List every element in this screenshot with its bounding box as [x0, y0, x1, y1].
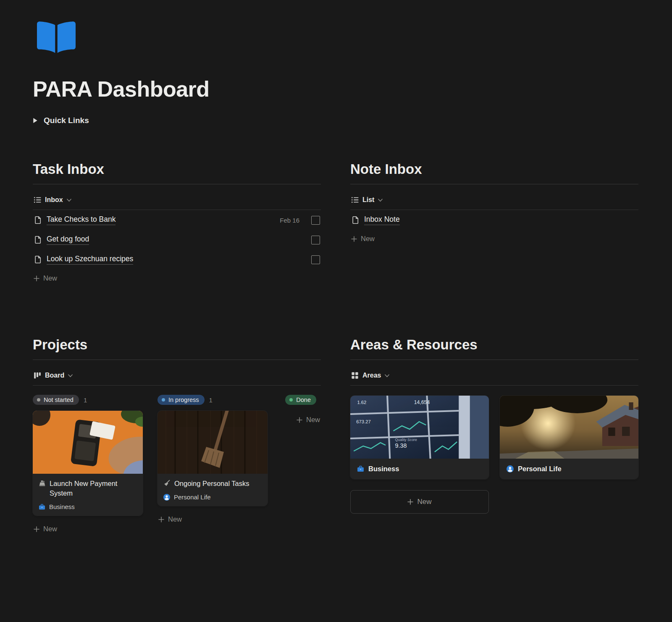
new-label: New — [417, 498, 431, 506]
column-count: 1 — [84, 396, 87, 404]
status-pill[interactable]: Not started — [33, 395, 79, 405]
note-inbox-view-row: List — [350, 191, 638, 210]
task-row[interactable]: Take Checks to Bank Feb 16 — [33, 210, 321, 230]
task-row[interactable]: Get dog food — [33, 230, 321, 249]
dashboard-grid: Task Inbox Inbox Take Checks to Bank — [33, 161, 638, 538]
board-column-in-progress: In progress 1 — [158, 395, 268, 538]
project-card-tag-row: Personal Life — [163, 493, 262, 501]
quick-links-toggle[interactable]: Quick Links — [33, 116, 638, 125]
payment-terminal-cover-image — [33, 411, 143, 474]
project-card-tag-row: Business — [39, 503, 137, 510]
task-checkbox[interactable] — [311, 216, 320, 225]
view-tab-label: Areas — [362, 372, 381, 379]
projects-view-row: Board — [33, 367, 321, 386]
new-project-button[interactable]: New — [33, 520, 58, 538]
person-icon — [507, 465, 514, 472]
stock-charts-cover-image: 14,654 1.62 673.27 Quality Score 9.38 — [350, 396, 489, 459]
broom-icon — [163, 480, 171, 487]
area-card-personal-life[interactable]: Personal Life — [500, 396, 638, 479]
page-logo — [37, 21, 76, 55]
board-icon — [34, 372, 41, 379]
note-inbox-section: Note Inbox List Inbox Note — [350, 161, 638, 287]
broom-on-wood-cover-image — [158, 411, 268, 474]
project-card-title: Launch New Payment System — [50, 479, 137, 498]
cash-register-icon — [39, 480, 46, 487]
projects-title: Projects — [33, 337, 321, 360]
plus-icon — [34, 276, 39, 281]
open-book-icon — [37, 21, 76, 55]
column-header: Not started 1 — [33, 395, 143, 405]
status-dot-icon — [162, 398, 165, 402]
project-card-tag: Business — [49, 503, 75, 510]
board-column-not-started: Not started 1 — [33, 395, 143, 538]
chart-number: 1.62 — [357, 400, 366, 405]
plus-icon — [158, 517, 164, 522]
status-pill[interactable]: In progress — [158, 395, 205, 405]
chart-number: 9.38 — [395, 442, 407, 449]
status-dot-icon — [37, 398, 40, 402]
task-title[interactable]: Take Checks to Bank — [47, 215, 116, 225]
areas-view-row: Areas — [350, 367, 638, 386]
house-sunset-cover-image — [500, 396, 638, 459]
new-label: New — [43, 525, 57, 533]
status-label: Done — [296, 396, 311, 403]
chevron-down-icon — [68, 373, 73, 378]
task-title[interactable]: Get dog food — [47, 235, 89, 245]
page-icon — [351, 216, 360, 224]
chart-number: 14,654 — [414, 399, 430, 405]
area-card-business[interactable]: 14,654 1.62 673.27 Quality Score 9.38 Bu… — [350, 396, 489, 479]
chart-label: Quality Score — [395, 438, 417, 442]
task-inbox-section: Task Inbox Inbox Take Checks to Bank — [33, 161, 321, 287]
note-inbox-title: Note Inbox — [350, 161, 638, 184]
status-pill[interactable]: Done — [285, 395, 316, 405]
briefcase-icon — [39, 504, 45, 510]
plus-icon — [34, 526, 39, 532]
task-row[interactable]: Look up Szechuan recipes — [33, 249, 321, 269]
task-inbox-title: Task Inbox — [33, 161, 321, 184]
view-tab-areas[interactable]: Areas — [351, 372, 389, 379]
bulleted-list-icon — [34, 196, 41, 204]
note-title[interactable]: Inbox Note — [364, 215, 400, 225]
view-tab-label: Board — [45, 372, 64, 379]
new-task-button[interactable]: New — [33, 269, 58, 287]
board-column-done: Done New — [282, 395, 321, 538]
task-checkbox[interactable] — [311, 255, 320, 264]
chevron-down-icon — [67, 198, 71, 202]
toggle-triangle-icon — [33, 118, 38, 123]
project-card-ongoing-personal[interactable]: Ongoing Personal Tasks Personal Life — [158, 411, 268, 506]
view-tab-inbox[interactable]: Inbox — [34, 196, 71, 204]
note-row[interactable]: Inbox Note — [350, 210, 638, 230]
project-card-body: Launch New Payment System Business — [33, 474, 143, 516]
new-project-button[interactable]: New — [158, 510, 183, 528]
task-date: Feb 16 — [280, 217, 299, 224]
column-header: In progress 1 — [158, 395, 268, 405]
new-note-button[interactable]: New — [350, 230, 375, 248]
quick-links-label: Quick Links — [44, 116, 89, 125]
page-icon — [34, 236, 42, 244]
status-dot-icon — [289, 398, 293, 402]
view-tab-label: Inbox — [45, 196, 63, 204]
plus-icon — [351, 236, 357, 242]
chevron-down-icon — [378, 198, 383, 202]
status-label: Not started — [44, 396, 74, 403]
view-tab-list[interactable]: List — [351, 196, 383, 204]
plus-icon — [297, 417, 302, 423]
bulleted-list-icon — [351, 196, 359, 204]
projects-board: Not started 1 — [33, 395, 321, 538]
project-card-title: Ongoing Personal Tasks — [174, 479, 249, 488]
task-checkbox[interactable] — [311, 236, 320, 244]
person-icon — [163, 494, 170, 501]
new-label: New — [168, 515, 182, 523]
project-card-launch-payment[interactable]: Launch New Payment System Business — [33, 411, 143, 516]
area-card-caption: Personal Life — [500, 459, 638, 479]
new-label: New — [306, 416, 320, 424]
column-count: 1 — [209, 396, 213, 404]
para-dashboard-page: PARA Dashboard Quick Links Task Inbox In… — [0, 0, 672, 563]
new-area-button[interactable]: New — [350, 490, 489, 514]
page-title: PARA Dashboard — [33, 76, 638, 102]
task-title[interactable]: Look up Szechuan recipes — [47, 255, 133, 265]
view-tab-board[interactable]: Board — [34, 372, 73, 379]
new-label: New — [43, 274, 57, 282]
chevron-down-icon — [385, 373, 389, 378]
new-project-button[interactable]: New — [296, 411, 321, 429]
